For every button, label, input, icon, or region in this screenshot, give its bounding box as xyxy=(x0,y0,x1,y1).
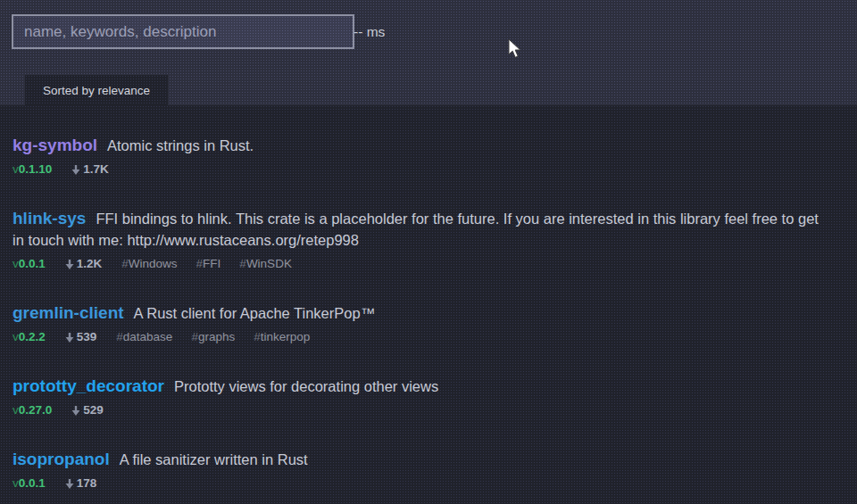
download-arrow-icon xyxy=(71,164,80,176)
crate-version: v0.27.0 xyxy=(12,402,52,418)
downloads-count: 1.7K xyxy=(83,161,109,178)
crate-keywords: #database#graphs#tinkerpop xyxy=(116,329,329,345)
crate-version: v0.1.10 xyxy=(12,161,52,178)
keyword-link[interactable]: #database xyxy=(116,330,172,343)
crate-name-link[interactable]: isopropanol xyxy=(12,450,110,468)
crate-version: v0.0.1 xyxy=(12,256,46,272)
downloads-count: 178 xyxy=(77,475,97,492)
crate-meta: v0.0.1 1.2K #Windows#FFI#WinSDK xyxy=(12,256,821,272)
crate-description: FFI bindings to hlink. This crate is a p… xyxy=(12,211,819,248)
download-arrow-icon xyxy=(65,332,74,343)
crate-description: A file sanitizer written in Rust xyxy=(120,451,308,467)
downloads-count: 1.2K xyxy=(77,256,103,272)
crate-version: v0.0.1 xyxy=(12,475,46,492)
keyword-link[interactable]: #Windows xyxy=(121,257,177,270)
keyword-link[interactable]: #WinSDK xyxy=(239,257,292,270)
crate-head: gremlin-clientA Rust client for Apache T… xyxy=(12,302,821,324)
download-arrow-icon xyxy=(71,405,80,417)
crate-meta: v0.0.1 178 xyxy=(12,475,821,492)
tab-label: Sorted by relevance xyxy=(43,84,150,97)
crate-version: v0.2.2 xyxy=(12,329,46,345)
crate-downloads: 529 xyxy=(71,402,104,418)
crate-list-item: gremlin-clientA Rust client for Apache T… xyxy=(12,302,821,345)
crate-downloads: 178 xyxy=(65,475,97,492)
crate-list-item: prototty_decoratorPrototty views for dec… xyxy=(12,376,821,418)
search-input[interactable] xyxy=(12,14,354,49)
crate-downloads: 1.7K xyxy=(71,161,109,178)
download-arrow-icon xyxy=(65,478,74,490)
search-timing-label: -- ms xyxy=(354,24,385,40)
crate-downloads: 1.2K xyxy=(65,256,103,272)
crate-meta: v0.1.10 1.7K xyxy=(12,161,821,178)
crate-name-link[interactable]: gremlin-client xyxy=(12,303,124,322)
crate-head: hlink-sysFFI bindings to hlink. This cra… xyxy=(12,208,821,251)
crate-downloads: 539 xyxy=(65,329,97,345)
keyword-link[interactable]: #FFI xyxy=(196,257,221,270)
crate-head: kg-symbolAtomic strings in Rust. xyxy=(12,135,821,156)
crate-head: prototty_decoratorPrototty views for dec… xyxy=(12,376,821,397)
crate-name-link[interactable]: hlink-sys xyxy=(12,209,86,227)
tab-sorted-by-relevance[interactable]: Sorted by relevance xyxy=(25,75,168,105)
crate-meta: v0.2.2 539 #database#graphs#tinkerpop xyxy=(12,329,821,345)
crate-keywords: #Windows#FFI#WinSDK xyxy=(121,256,311,272)
crate-head: isopropanolA file sanitizer written in R… xyxy=(12,449,821,470)
search-results: kg-symbolAtomic strings in Rust. v0.1.10… xyxy=(0,105,857,504)
crate-description: Prototty views for decorating other view… xyxy=(174,378,438,394)
crate-meta: v0.27.0 529 xyxy=(12,402,821,418)
crate-list-item: kg-symbolAtomic strings in Rust. v0.1.10… xyxy=(12,135,821,178)
crate-list-item: hlink-sysFFI bindings to hlink. This cra… xyxy=(12,208,821,272)
crate-name-link[interactable]: kg-symbol xyxy=(12,136,97,154)
crate-name-link[interactable]: prototty_decorator xyxy=(12,376,164,395)
crate-description: A Rust client for Apache TinkerPop™ xyxy=(134,305,376,321)
crate-list-item: isopropanolA file sanitizer written in R… xyxy=(12,449,821,492)
crate-list: kg-symbolAtomic strings in Rust. v0.1.10… xyxy=(12,135,821,492)
downloads-count: 539 xyxy=(77,329,97,345)
download-arrow-icon xyxy=(65,259,74,270)
search-header: -- ms Sorted by relevance xyxy=(0,0,857,105)
downloads-count: 529 xyxy=(83,402,104,418)
keyword-link[interactable]: #graphs xyxy=(191,330,235,343)
keyword-link[interactable]: #tinkerpop xyxy=(254,330,310,343)
crate-description: Atomic strings in Rust. xyxy=(107,137,254,153)
